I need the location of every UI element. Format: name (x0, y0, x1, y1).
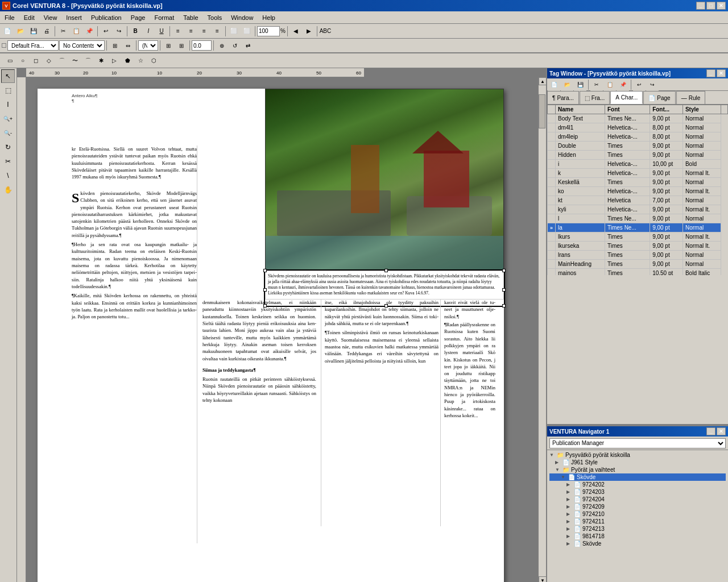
hand-tool[interactable]: ✋ (1, 183, 15, 197)
tree-item[interactable]: ▶ 📄 9724210 (549, 510, 726, 518)
tool-select[interactable] (2, 43, 6, 48)
tag-table-row[interactable]: dm4l1 Helvetica-... 8,00 pt Normal (548, 123, 728, 132)
tag-table-row[interactable]: Body Text Times Ne... 9,00 pt Normal (548, 114, 728, 123)
align-right-btn[interactable]: ≡ (198, 25, 210, 38)
tag-table-row[interactable]: MainHeading Times 9,00 pt Normal (548, 260, 728, 269)
draw-arrow[interactable]: ▷ (108, 55, 121, 67)
tag-table-row[interactable]: » la Times Ne... 9,00 pt Normal (548, 223, 728, 232)
tree-item[interactable]: ▶ 📄 9724213 (549, 525, 726, 533)
col-style[interactable]: Style (682, 105, 721, 114)
tab-rule[interactable]: — Rule (676, 91, 706, 104)
draw-poly[interactable]: ⌒ (82, 55, 94, 67)
tag-table-row[interactable]: mainos Times 10,50 pt Bold Italic (548, 269, 728, 276)
grid-btn[interactable]: ⊞ (162, 39, 175, 52)
tag-cut-btn[interactable]: ✂ (590, 78, 603, 91)
col-fontsize[interactable]: Font... (650, 105, 683, 114)
mirror-btn[interactable]: ⇄ (242, 39, 254, 52)
img-btn[interactable]: ⬜ (228, 25, 240, 38)
tag-table-row[interactable]: kyli Helvetica-... 9,00 pt Normal It. (548, 205, 728, 214)
draw-curve[interactable]: 〜 (69, 55, 81, 67)
tag-table-row[interactable]: ko Helvetica-... 9,00 pt Normal It. (548, 187, 728, 196)
align-t-btn[interactable]: ⊞ (109, 39, 121, 52)
col-font[interactable]: Font (605, 105, 650, 114)
tag-table-row[interactable]: lrans Times 9,00 pt Normal (548, 251, 728, 260)
text-tool[interactable]: I (1, 98, 15, 111)
tag-copy-btn[interactable]: 📋 (603, 78, 616, 91)
tag-table-row[interactable]: Double Times 9,00 pt Normal (548, 142, 728, 151)
menu-view[interactable]: View (39, 11, 62, 23)
tab-fra[interactable]: ⬚ Fra... (580, 91, 610, 104)
frame-style-dropdown[interactable]: Default Fra... (7, 40, 59, 51)
undo-btn[interactable]: ↩ (100, 25, 112, 38)
tree-item[interactable]: ▼ 📁 Pyörät ja vaihteet (549, 466, 726, 473)
tag-win-close[interactable]: ✕ (717, 69, 726, 77)
photo-frame[interactable] (265, 89, 504, 271)
tag-win-minimize[interactable]: _ (706, 69, 715, 77)
rotate-tool[interactable]: ↻ (1, 140, 15, 154)
draw-rect[interactable]: ▭ (3, 55, 16, 67)
draw-pentagon[interactable]: ⬟ (121, 55, 134, 67)
tag-open-btn[interactable]: 📂 (561, 78, 573, 91)
menu-window[interactable]: Window (226, 11, 258, 23)
menu-file[interactable]: File (0, 11, 19, 23)
nav-minimize[interactable]: _ (706, 427, 715, 435)
menu-publication[interactable]: Publication (86, 11, 126, 23)
tag-redo-btn[interactable]: ↪ (646, 78, 659, 91)
tree-item[interactable]: ▶ 📄 9724204 (549, 496, 726, 503)
zoom-input[interactable] (257, 26, 280, 36)
guides-btn[interactable]: ⊞ (175, 39, 188, 52)
tree-item[interactable]: ▶ 📄 Skövde (549, 540, 726, 547)
align-left-btn[interactable]: ≡ (172, 25, 184, 38)
next-page-btn[interactable]: ▶ (303, 25, 315, 38)
align-center-btn[interactable]: ≡ (185, 25, 197, 38)
scrollbar-vertical[interactable]: ▲ ▼ (538, 77, 546, 582)
cut-btn[interactable]: ✂ (57, 25, 69, 38)
tree-item[interactable]: ▶ 📄 9724211 (549, 518, 726, 525)
menu-format[interactable]: Format (150, 11, 179, 23)
scroll-thumb[interactable] (539, 94, 545, 128)
tag-undo-btn[interactable]: ↩ (633, 78, 646, 91)
copy-btn[interactable]: 📋 (70, 25, 82, 38)
underline-btn[interactable]: U (155, 25, 168, 38)
draw-ellipse[interactable]: ○ (16, 55, 29, 67)
tag-table-row[interactable]: dm4leip Helvetica-... 8,00 pt Normal (548, 132, 728, 142)
tree-item[interactable]: ▶ 📄 9814718 (549, 533, 726, 540)
tab-page[interactable]: 📄 Page (643, 91, 675, 104)
nav-close[interactable]: ✕ (717, 427, 726, 435)
save-button[interactable]: 💾 (27, 25, 40, 38)
rotate-btn[interactable]: ↺ (229, 39, 241, 52)
spell-btn[interactable]: ABC (319, 25, 332, 38)
zoom-in-tool[interactable]: 🔍+ (1, 112, 15, 126)
draw-hex[interactable]: ⬡ (147, 55, 160, 67)
menu-edit[interactable]: Edit (19, 11, 39, 23)
menu-page[interactable]: Page (126, 11, 150, 23)
tag-new-btn[interactable]: 📄 (548, 78, 560, 91)
menu-tools[interactable]: Tools (203, 11, 227, 23)
tree-item[interactable]: ▼ 📁 Pysyvätkö pyörät kiskoilla (549, 451, 726, 459)
paste-btn[interactable]: 📌 (83, 25, 96, 38)
tab-para[interactable]: ¶ Para... (547, 91, 579, 104)
justify-btn[interactable]: ≡ (211, 25, 224, 38)
scroll-down-btn[interactable]: ▼ (539, 576, 546, 582)
scroll-up-btn[interactable]: ▲ (539, 77, 546, 85)
frame-tool[interactable]: ⬚ (1, 84, 15, 97)
text-column-left[interactable]: kr Etelä-Ruotsissa. Siellä on suuret Vol… (72, 146, 197, 321)
crop-tool[interactable]: ✂ (1, 155, 15, 168)
tree-item[interactable]: ▶ 📄 J961 Style (549, 459, 726, 466)
tag-paste-btn[interactable]: 📌 (617, 78, 629, 91)
menu-table[interactable]: Table (179, 11, 202, 23)
zoom-out-tool[interactable]: 🔍- (1, 126, 15, 140)
tag-table-row[interactable]: l Times Ne... 9,00 pt Normal (548, 214, 728, 223)
menu-insert[interactable]: Insert (61, 11, 86, 23)
text-column-mid1[interactable]: denmukaiseen kokonaisvaikutel­maan, ei n… (202, 299, 316, 404)
text-column-right[interactable]: kasvit eivät vielä ole tu­neet ja muuttu… (444, 299, 495, 420)
draw-diamond[interactable]: ◇ (43, 55, 55, 67)
tag-table-row[interactable]: k Helvetica-... 9,00 pt Normal It. (548, 169, 728, 178)
tree-item[interactable]: ▶ 📄 9724209 (549, 503, 726, 510)
draw-square[interactable]: ◻ (30, 55, 42, 67)
tab-char[interactable]: A Char... (610, 91, 643, 104)
tag-table-row[interactable]: Hidden Times 9,00 pt Normal (548, 151, 728, 160)
print-btn[interactable]: 🖨 (40, 25, 53, 38)
tag-table-row[interactable]: lkurs Times 9,00 pt Normal It. (548, 232, 728, 242)
flip-btn[interactable]: ⇔ (122, 39, 134, 52)
